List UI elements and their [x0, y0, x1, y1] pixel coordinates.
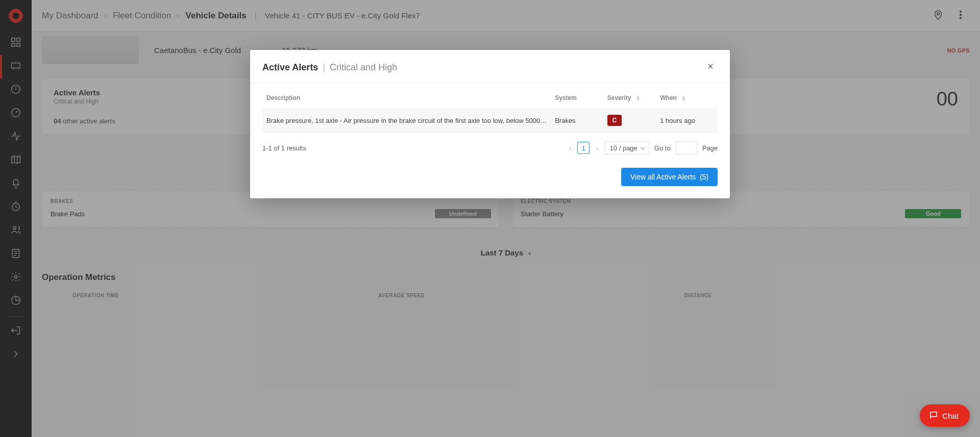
chat-icon [929, 410, 938, 421]
goto-page-input[interactable] [676, 141, 697, 155]
page-prev-button[interactable]: ‹ [568, 144, 572, 152]
chat-button[interactable]: Chat [920, 404, 970, 427]
modal-title: Active Alerts | Critical and High [262, 62, 397, 73]
close-icon [706, 62, 715, 72]
goto-label: Go to [654, 144, 671, 152]
results-count: 1-1 of 1 results [262, 144, 568, 152]
page-next-button[interactable]: › [595, 144, 599, 152]
page-size-select[interactable]: 10 / page [604, 141, 649, 155]
cell-description: Brake pressure, 1st axle - Air pressure … [266, 117, 547, 124]
cell-when: 1 hours ago [656, 108, 718, 133]
severity-badge: C [607, 115, 622, 126]
modal-overlay[interactable]: Active Alerts | Critical and High Descri… [0, 0, 980, 437]
col-when[interactable]: When ▲▼ [656, 87, 718, 108]
page-number-current[interactable]: 1 [577, 142, 590, 154]
pagination: 1-1 of 1 results ‹ 1 › 10 / page Go to P… [262, 133, 718, 157]
sort-icon: ▲▼ [681, 95, 685, 101]
page-word: Page [702, 144, 718, 152]
chat-label: Chat [942, 412, 959, 420]
sort-icon: ▲▼ [636, 95, 640, 101]
col-system: System [551, 87, 603, 108]
col-description: Description [262, 87, 551, 108]
view-all-alerts-button[interactable]: View all Active Alerts (5) [621, 168, 718, 186]
cell-system: Brakes [551, 108, 603, 133]
col-severity[interactable]: Severity ▲▼ [603, 87, 656, 108]
alerts-table: Description System Severity ▲▼ When ▲▼ [262, 87, 718, 133]
modal-close-button[interactable] [703, 60, 718, 74]
table-row[interactable]: Brake pressure, 1st axle - Air pressure … [262, 108, 718, 133]
active-alerts-modal: Active Alerts | Critical and High Descri… [250, 50, 730, 198]
